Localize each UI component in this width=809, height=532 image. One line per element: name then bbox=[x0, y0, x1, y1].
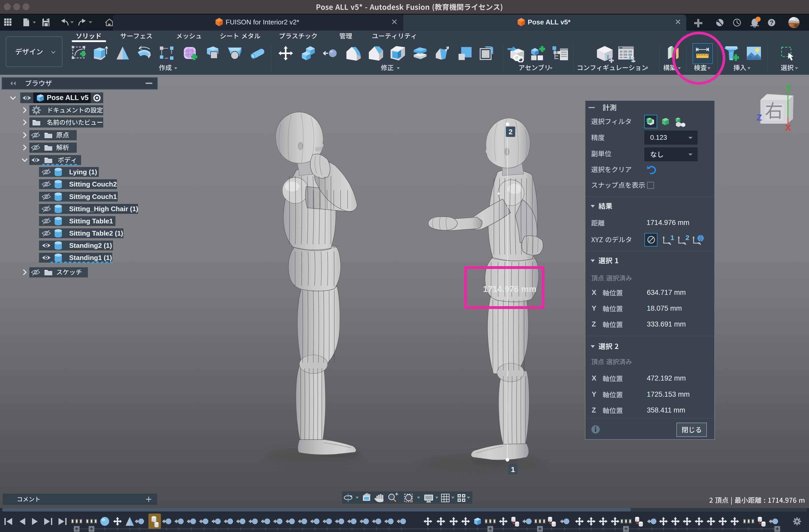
svg-text:2: 2 bbox=[509, 128, 513, 136]
svg-text:1: 1 bbox=[511, 465, 515, 474]
